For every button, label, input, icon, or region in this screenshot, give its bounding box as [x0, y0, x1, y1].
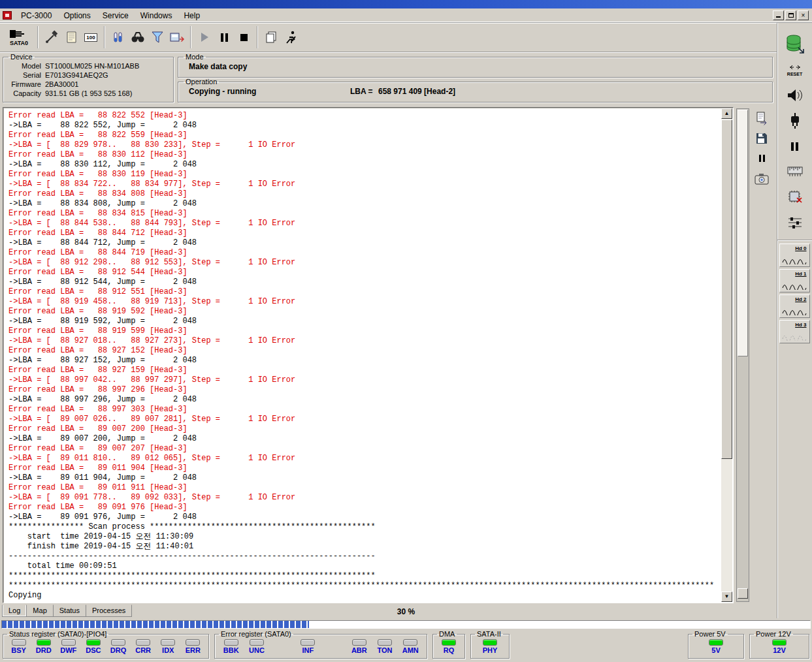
- pause-tool-button[interactable]: [781, 136, 809, 156]
- led-ton: [378, 639, 392, 646]
- hd1-button[interactable]: Hd 1: [779, 269, 810, 292]
- sound-button[interactable]: [781, 86, 809, 105]
- toolbar-separator: [257, 26, 258, 48]
- chip-x-icon: [787, 189, 803, 205]
- menu-pc3000[interactable]: PC-3000: [15, 9, 57, 22]
- database-icon: [785, 33, 805, 54]
- log-position-strip[interactable]: [736, 108, 749, 602]
- log-line: ->LBA = [ 89 007 026.. 89 007 281], Step…: [8, 415, 720, 424]
- device-serial-value: E7013G941AEQ2G: [45, 71, 108, 80]
- led-12v: [772, 639, 787, 646]
- menu-help[interactable]: Help: [178, 9, 206, 22]
- log-line: ****************************************…: [8, 581, 720, 591]
- utilities-button[interactable]: [42, 24, 61, 50]
- start-button[interactable]: [195, 24, 214, 50]
- log-scrollbar[interactable]: ▲ ▼: [721, 108, 732, 602]
- run-task-button[interactable]: [281, 24, 300, 50]
- register-group: Power 12V12V: [749, 630, 809, 659]
- log-tools-column: [753, 110, 773, 187]
- log-line: ->LBA = [ 88 997 042.. 88 997 297], Step…: [8, 375, 720, 385]
- tab-processes[interactable]: Processes: [86, 605, 132, 617]
- led-label: TON: [378, 646, 393, 654]
- parameters-button[interactable]: [781, 213, 809, 232]
- filter-button[interactable]: [148, 24, 167, 50]
- resources-button[interactable]: 100: [81, 24, 101, 50]
- copy-icon: [264, 30, 278, 44]
- led-label: 12V: [773, 646, 786, 654]
- register-legend: Status register (SATA0)-[PIO4]: [7, 630, 108, 638]
- led-unc: [250, 639, 264, 646]
- pause-icon: [221, 33, 228, 42]
- menu-service[interactable]: Service: [97, 9, 135, 22]
- tab-log[interactable]: Log: [2, 605, 27, 617]
- device-model-label: Model: [7, 61, 41, 71]
- menu-windows[interactable]: Windows: [135, 9, 178, 22]
- tab-status[interactable]: Status: [53, 605, 86, 617]
- hd0-button[interactable]: Hd 0: [779, 244, 810, 267]
- save-log-button[interactable]: [753, 130, 771, 146]
- log-line: ->LBA = 88 912 544, Jump = 2 048: [8, 277, 720, 287]
- progressbar-fill: [2, 621, 309, 628]
- copy-button[interactable]: [261, 24, 281, 50]
- mode-legend: Mode: [184, 53, 206, 61]
- oscilloscope-button[interactable]: [781, 162, 809, 181]
- register-legend: SATA-II: [475, 630, 503, 638]
- main-toolbar: SATA0 100: [0, 23, 777, 52]
- scroll-down-button[interactable]: ▼: [721, 591, 732, 602]
- copy-progressbar: [1, 620, 811, 629]
- log-line: Error read LBA = 88 927 152 [Head-3]: [8, 346, 720, 356]
- mode-value: Make data copy: [182, 61, 768, 71]
- close-button[interactable]: ×: [798, 10, 809, 20]
- operation-panel: Operation Copying - running LBA = 658 97…: [178, 78, 773, 102]
- data-export-button[interactable]: [781, 33, 809, 54]
- led-label: DSC: [86, 646, 101, 654]
- running-man-icon: [284, 30, 298, 44]
- titlebar[interactable]: [0, 0, 812, 8]
- led-amn: [403, 639, 417, 646]
- reset-button[interactable]: RESET: [781, 60, 809, 80]
- sata-port-button[interactable]: SATA0: [4, 24, 34, 50]
- tests-button[interactable]: [108, 24, 128, 50]
- log-line: Copying: [8, 591, 720, 600]
- log-panel[interactable]: Error read LBA = 88 822 552 [Head-3]->LB…: [3, 107, 734, 603]
- play-icon: [201, 33, 208, 42]
- log-line: ->LBA = 88 834 808, Jump = 2 048: [8, 199, 720, 209]
- log-line: ->LBA = 88 927 152, Jump = 2 048: [8, 356, 720, 366]
- log-line: ->LBA = 89 011 904, Jump = 2 048: [8, 473, 720, 483]
- head-waveform-icon: [782, 306, 807, 315]
- stop-button[interactable]: [234, 24, 253, 50]
- log-line: Error read LBA = 88 844 712 [Head-3]: [8, 229, 720, 238]
- led-label: DRQ: [110, 646, 126, 654]
- app-icon: [3, 11, 12, 20]
- minimize-button[interactable]: [773, 10, 784, 20]
- tab-map[interactable]: Map: [26, 605, 53, 617]
- pause-button[interactable]: [214, 24, 234, 50]
- export-button[interactable]: [167, 24, 187, 50]
- pause-log-button[interactable]: [753, 150, 771, 166]
- device-capacity-value: 931.51 GB (1 953 525 168): [45, 89, 132, 98]
- toolbar-separator: [190, 26, 191, 48]
- log-position-thumb[interactable]: [738, 110, 748, 356]
- stop-icon: [240, 34, 248, 41]
- export-log-button[interactable]: [753, 110, 771, 126]
- device-capacity-row: Capacity 931.51 GB (1 953 525 168): [7, 89, 169, 98]
- log-position-button[interactable]: [738, 588, 748, 599]
- operation-row: Copying - running LBA = 658 971 409 [Hea…: [182, 86, 768, 97]
- device-firmware-value: 2BA30001: [45, 80, 78, 89]
- script-button[interactable]: [61, 24, 81, 50]
- page-export-icon: [755, 111, 769, 125]
- log-line: ->LBA = 89 091 976, Jump = 2 048: [8, 512, 720, 522]
- search-button[interactable]: [128, 24, 148, 50]
- scroll-up-button[interactable]: ▲: [721, 108, 732, 119]
- hd3-button[interactable]: Hd 3: [779, 320, 810, 343]
- menu-options[interactable]: Options: [57, 9, 96, 22]
- log-line: ->LBA = [ 88 927 018.. 88 927 273], Step…: [8, 336, 720, 346]
- restore-button[interactable]: [785, 10, 796, 20]
- scrollbar-thumb[interactable]: [721, 119, 732, 459]
- log-line: ->LBA = 88 830 112, Jump = 2 048: [8, 160, 720, 170]
- terminal-button[interactable]: [781, 187, 809, 207]
- power-supply-button[interactable]: [781, 111, 809, 131]
- camera-icon: [755, 173, 769, 185]
- hd2-button[interactable]: Hd 2: [779, 294, 810, 318]
- screenshot-button[interactable]: [753, 170, 771, 187]
